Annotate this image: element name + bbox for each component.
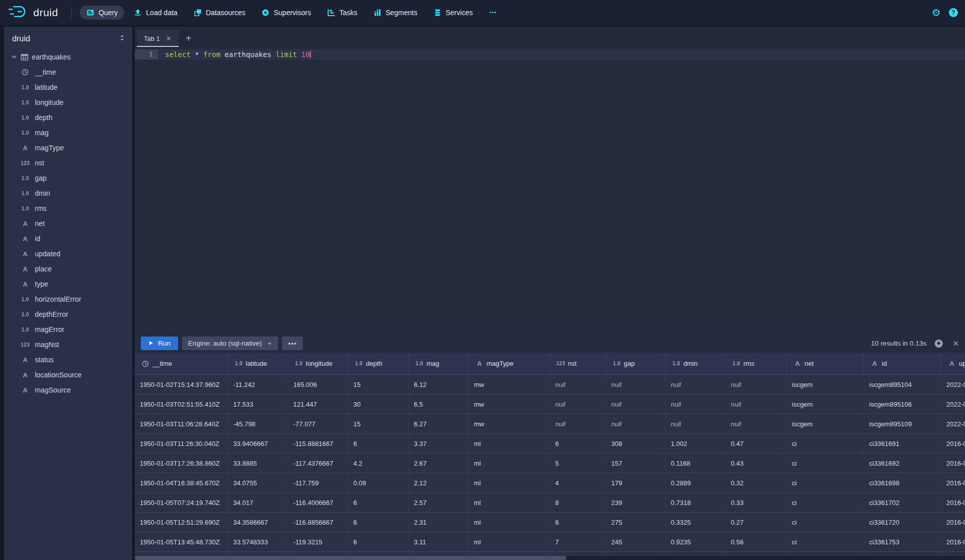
- table-cell[interactable]: 1950-01-03T11:26:30.040Z: [135, 434, 228, 453]
- table-cell[interactable]: 2016-0: [941, 434, 965, 453]
- nav-item-datasources[interactable]: Datasources: [187, 6, 252, 20]
- table-cell[interactable]: iscgem895104: [864, 375, 941, 394]
- column-header-id[interactable]: Aid: [864, 353, 941, 374]
- tree-column-place[interactable]: Aplace: [4, 261, 132, 276]
- table-cell[interactable]: 6: [348, 513, 409, 532]
- table-cell[interactable]: 2016-0: [941, 473, 965, 492]
- table-cell[interactable]: -45.798: [228, 414, 288, 433]
- table-cell[interactable]: 15: [348, 414, 409, 433]
- table-cell[interactable]: 1950-01-03T17:26:38.860Z: [135, 454, 228, 473]
- table-cell[interactable]: 2022-0: [941, 414, 965, 433]
- column-header-longitude[interactable]: 1.0longitude: [288, 353, 348, 374]
- horizontal-scrollbar[interactable]: [135, 556, 965, 560]
- table-cell[interactable]: null: [550, 375, 606, 394]
- table-cell[interactable]: 6: [348, 532, 409, 551]
- sql-line-1[interactable]: select * from earthquakes limit 10: [158, 49, 965, 60]
- help-icon[interactable]: ?: [949, 8, 958, 17]
- table-cell[interactable]: iscgem: [787, 395, 864, 414]
- table-cell[interactable]: 1950-01-05T12:51:29.690Z: [135, 513, 228, 532]
- table-cell[interactable]: 6: [348, 434, 409, 453]
- table-cell[interactable]: ci3361698: [864, 473, 941, 492]
- table-cell[interactable]: iscgem: [787, 414, 864, 433]
- column-header-gap[interactable]: 1.0gap: [606, 353, 666, 374]
- table-cell[interactable]: -11.242: [228, 375, 288, 394]
- table-cell[interactable]: 1950-01-05T07:24:19.740Z: [135, 493, 228, 512]
- tree-column-time[interactable]: __time: [4, 65, 132, 80]
- table-cell[interactable]: 2022-0: [941, 395, 965, 414]
- nav-item-tasks[interactable]: Tasks: [320, 6, 364, 20]
- table-cell[interactable]: 6: [550, 434, 606, 453]
- table-cell[interactable]: 6: [550, 513, 606, 532]
- table-cell[interactable]: ci: [787, 493, 864, 512]
- table-cell[interactable]: -115.8881667: [288, 434, 348, 453]
- nav-item-query[interactable]: Query: [80, 6, 124, 20]
- table-cell[interactable]: ci3361691: [864, 434, 941, 453]
- table-cell[interactable]: 0.9235: [666, 532, 726, 551]
- tree-column-deptherror[interactable]: 1.0depthError: [4, 307, 132, 322]
- table-cell[interactable]: mw: [469, 414, 550, 433]
- table-cell[interactable]: 33.9406667: [228, 434, 288, 453]
- tree-column-updated[interactable]: Aupdated: [4, 246, 132, 261]
- table-cell[interactable]: null: [606, 414, 666, 433]
- table-cell[interactable]: 33.5748333: [228, 532, 288, 551]
- tree-column-status[interactable]: Astatus: [4, 352, 132, 367]
- table-cell[interactable]: 0.3325: [666, 513, 726, 532]
- druid-logo[interactable]: druid: [8, 5, 58, 20]
- table-cell[interactable]: 0.7318: [666, 493, 726, 512]
- table-cell[interactable]: 2016-0: [941, 513, 965, 532]
- table-cell[interactable]: 6.27: [409, 414, 469, 433]
- query-more-button[interactable]: •••: [282, 337, 303, 350]
- sql-editor[interactable]: 1 select * from earthquakes limit 10: [135, 47, 965, 333]
- table-cell[interactable]: 121.447: [288, 395, 348, 414]
- tree-column-gap[interactable]: 1.0gap: [4, 171, 132, 186]
- table-cell[interactable]: null: [726, 395, 787, 414]
- table-cell[interactable]: 0.56: [726, 532, 787, 551]
- tree-column-nst[interactable]: 123nst: [4, 155, 132, 171]
- tree-column-type[interactable]: Atype: [4, 276, 132, 292]
- table-cell[interactable]: 34.017: [228, 493, 288, 512]
- table-cell[interactable]: 1950-01-03T11:06:28.640Z: [135, 414, 228, 433]
- table-cell[interactable]: 2.67: [409, 454, 469, 473]
- nav-item-segments[interactable]: Segments: [367, 6, 424, 20]
- table-cell[interactable]: 30: [348, 395, 409, 414]
- column-header-net[interactable]: Anet: [787, 353, 864, 374]
- table-cell[interactable]: ml: [469, 493, 550, 512]
- tree-column-magerror[interactable]: 1.0magError: [4, 322, 132, 337]
- table-cell[interactable]: 33.8885: [228, 454, 288, 473]
- table-cell[interactable]: iscgem895106: [864, 395, 941, 414]
- table-cell[interactable]: 2022-0: [941, 375, 965, 394]
- table-cell[interactable]: ml: [469, 454, 550, 473]
- nav-item-more[interactable]: [482, 6, 503, 19]
- tree-column-net[interactable]: Anet: [4, 216, 132, 231]
- table-cell[interactable]: null: [666, 375, 726, 394]
- table-cell[interactable]: -119.3215: [288, 532, 348, 551]
- table-cell[interactable]: 2016-0: [941, 493, 965, 512]
- table-cell[interactable]: mw: [469, 395, 550, 414]
- column-header-depth[interactable]: 1.0depth: [348, 353, 409, 374]
- tree-column-rms[interactable]: 1.0rms: [4, 201, 132, 216]
- table-cell[interactable]: null: [726, 375, 787, 394]
- table-cell[interactable]: 0.27: [726, 513, 787, 532]
- table-cell[interactable]: 0.33: [726, 493, 787, 512]
- table-cell[interactable]: -116.8856667: [288, 513, 348, 532]
- table-cell[interactable]: 0.32: [726, 473, 787, 492]
- tree-column-horizontalerror[interactable]: 1.0horizontalError: [4, 292, 132, 307]
- table-cell[interactable]: 2.12: [409, 473, 469, 492]
- table-cell[interactable]: 1950-01-05T13:45:48.730Z: [135, 532, 228, 551]
- table-cell[interactable]: 8: [550, 493, 606, 512]
- column-header-dmin[interactable]: 1.0dmin: [666, 353, 726, 374]
- table-cell[interactable]: 0.2889: [666, 473, 726, 492]
- table-cell[interactable]: null: [666, 414, 726, 433]
- column-header-latitude[interactable]: 1.0latitude: [228, 353, 288, 374]
- tree-column-depth[interactable]: 1.0depth: [4, 110, 132, 125]
- table-cell[interactable]: 7: [550, 532, 606, 551]
- scrollbar-thumb[interactable]: [135, 556, 566, 560]
- tree-item-earthquakes[interactable]: earthquakes: [4, 49, 132, 65]
- chevron-down-icon[interactable]: [11, 54, 17, 60]
- tree-column-dmin[interactable]: 1.0dmin: [4, 186, 132, 201]
- table-cell[interactable]: ml: [469, 434, 550, 453]
- tree-column-latitude[interactable]: 1.0latitude: [4, 80, 132, 95]
- table-cell[interactable]: null: [550, 395, 606, 414]
- table-cell[interactable]: 6.12: [409, 375, 469, 394]
- table-cell[interactable]: ml: [469, 513, 550, 532]
